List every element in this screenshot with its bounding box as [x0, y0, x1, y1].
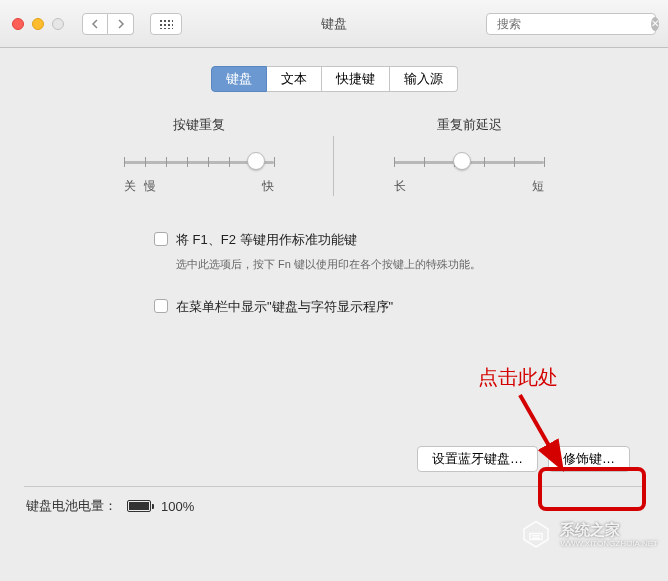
delay-slider[interactable] [394, 152, 544, 172]
tab-text[interactable]: 文本 [267, 66, 322, 92]
battery-status: 键盘电池电量： 100% [24, 497, 644, 515]
clear-search-button[interactable]: ✕ [651, 17, 659, 31]
grid-icon [159, 19, 173, 29]
forward-button[interactable] [108, 13, 134, 35]
fn-keys-checkbox[interactable] [154, 232, 168, 246]
window-title: 键盘 [192, 15, 476, 33]
menubar-checkbox[interactable] [154, 299, 168, 313]
bluetooth-keyboard-button[interactable]: 设置蓝牙键盘… [417, 446, 538, 472]
tab-input-sources[interactable]: 输入源 [390, 66, 458, 92]
titlebar: 键盘 ✕ [0, 0, 668, 48]
battery-label: 键盘电池电量： [26, 497, 117, 515]
search-field[interactable]: ✕ [486, 13, 656, 35]
key-repeat-slider[interactable] [124, 152, 274, 172]
nav-buttons [82, 13, 134, 35]
key-repeat-section: 按键重复 关慢 快 [84, 116, 314, 195]
back-button[interactable] [82, 13, 108, 35]
delay-section: 重复前延迟 长 短 [354, 116, 584, 195]
watermark-icon [518, 517, 554, 553]
watermark: 系统之家 WWW.XITONGZHIJIA.NET [518, 517, 658, 553]
maximize-window-button [52, 18, 64, 30]
key-repeat-label: 按键重复 [84, 116, 314, 134]
watermark-url: WWW.XITONGZHIJIA.NET [560, 539, 658, 549]
fn-keys-label: 将 F1、F2 等键用作标准功能键 [176, 231, 357, 249]
menubar-label: 在菜单栏中显示"键盘与字符显示程序" [176, 298, 393, 316]
tab-bar: 键盘 文本 快捷键 输入源 [24, 66, 644, 92]
battery-percent: 100% [161, 499, 194, 514]
battery-icon [127, 500, 151, 512]
minimize-window-button[interactable] [32, 18, 44, 30]
search-input[interactable] [497, 17, 647, 31]
window-controls [12, 18, 64, 30]
tab-shortcuts[interactable]: 快捷键 [322, 66, 390, 92]
tab-keyboard[interactable]: 键盘 [211, 66, 267, 92]
menubar-checkbox-row: 在菜单栏中显示"键盘与字符显示程序" [154, 298, 644, 316]
close-window-button[interactable] [12, 18, 24, 30]
modifier-keys-button[interactable]: 修饰键… [548, 446, 630, 472]
fn-keys-description: 选中此选项后，按下 Fn 键以使用印在各个按键上的特殊功能。 [176, 257, 644, 272]
fn-keys-checkbox-row: 将 F1、F2 等键用作标准功能键 [154, 231, 644, 249]
delay-label: 重复前延迟 [354, 116, 584, 134]
show-all-button[interactable] [150, 13, 182, 35]
key-repeat-thumb[interactable] [247, 152, 265, 170]
delay-thumb[interactable] [453, 152, 471, 170]
divider [24, 486, 644, 487]
watermark-name: 系统之家 [560, 521, 658, 539]
